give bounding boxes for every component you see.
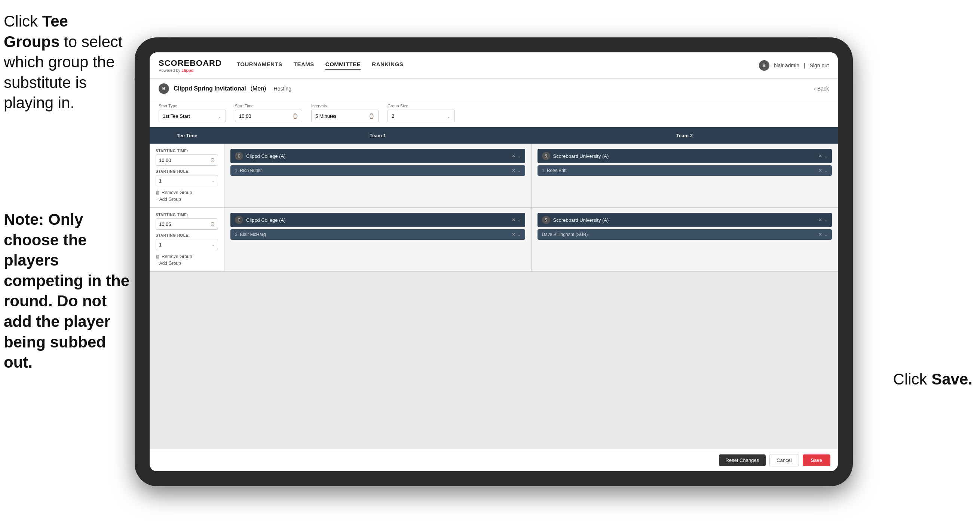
hole-input-2[interactable]: 1 ⌄	[156, 239, 218, 250]
team-card-content-3: C Clippd College (A)	[235, 216, 512, 224]
group-teams-1: C Clippd College (A) ✕ ⌄ 1. Rich Butler	[224, 143, 838, 207]
nav-signout[interactable]: Sign out	[810, 62, 829, 68]
player-card-2-2-1[interactable]: Dave Billingham (SUB) ✕ ⌄	[538, 229, 832, 240]
close-icon[interactable]: ✕	[512, 168, 515, 173]
chevron-icon-3[interactable]: ⌄	[824, 169, 827, 173]
start-time-input[interactable]: 10:00 ⌚	[235, 110, 302, 122]
close-icon-7[interactable]: ✕	[818, 232, 822, 237]
close-icon-3[interactable]: ✕	[818, 168, 822, 173]
close-icon-4[interactable]: ✕	[512, 217, 515, 223]
nav-links: TOURNAMENTS TEAMS COMMITTEE RANKINGS	[237, 61, 759, 70]
cancel-button[interactable]: Cancel	[769, 454, 799, 466]
nav-user: blair admin	[774, 62, 799, 68]
chevron-icon-6[interactable]: ⌄	[824, 218, 827, 222]
instruction-save: Click Save.	[893, 370, 972, 388]
setting-group-size: Group Size 2 ⌄	[388, 103, 455, 122]
start-type-input[interactable]: 1st Tee Start ⌄	[159, 110, 226, 122]
group-size-input[interactable]: 2 ⌄	[388, 110, 455, 122]
nav-teams[interactable]: TEAMS	[294, 61, 314, 70]
back-link[interactable]: ‹ Back	[814, 86, 829, 92]
instruction-bold-save: Save.	[931, 370, 972, 388]
team-icon: C	[235, 152, 243, 160]
player-card-1-1-1[interactable]: 1. Rich Butler ✕ ⌄	[231, 165, 525, 176]
footer-bar: Reset Changes Cancel Save	[150, 449, 838, 471]
player-card-1-2-1[interactable]: 1. Rees Britt ✕ ⌄	[538, 165, 832, 176]
time-input-2[interactable]: 10:05 ⌚	[156, 218, 218, 230]
nav-divider: |	[804, 62, 805, 68]
close-icon-6[interactable]: ✕	[818, 217, 822, 223]
tablet-screen: SCOREBOARD Powered by clippd TOURNAMENTS…	[150, 53, 838, 471]
reset-changes-button[interactable]: Reset Changes	[719, 454, 766, 466]
remove-group-button-1[interactable]: 🗑 Remove Group	[156, 190, 218, 195]
team-column-1-2: S Scoreboard University (A) ✕ ⌄ 1. Rees …	[531, 143, 838, 207]
team-card-content-2: S Scoreboard University (A)	[542, 152, 819, 160]
navbar: SCOREBOARD Powered by clippd TOURNAMENTS…	[150, 53, 838, 78]
team-name-1-2: Scoreboard University (A)	[553, 153, 609, 159]
player-actions-4: ✕ ⌄	[818, 232, 827, 237]
team-column-2-1: C Clippd College (A) ✕ ⌄ 2. Blair McHarg	[224, 208, 531, 271]
group-actions-1: 🗑 Remove Group + Add Group	[156, 190, 218, 202]
chevron-icon-4[interactable]: ⌄	[518, 218, 521, 222]
player-card-2-1-1[interactable]: 2. Blair McHarg ✕ ⌄	[231, 229, 525, 240]
player-name-1-1-1: 1. Rich Butler	[235, 168, 262, 173]
sub-title: Clippd Spring Invitational	[173, 85, 246, 92]
group-left-2: STARTING TIME: 10:05 ⌚ STARTING HOLE: 1 …	[150, 208, 224, 271]
logo-powered: Powered by clippd	[159, 68, 222, 73]
team-card-content: C Clippd College (A)	[235, 152, 512, 160]
th-tee-time: Tee Time	[150, 127, 224, 143]
sub-badge: B	[159, 83, 169, 94]
intervals-input[interactable]: 5 Minutes ⌚	[311, 110, 379, 122]
player-actions-2: ✕ ⌄	[818, 168, 827, 173]
table-header: Tee Time Team 1 Team 2	[150, 127, 838, 143]
time-input-1[interactable]: 10:00 ⌚	[156, 154, 218, 166]
close-icon[interactable]: ✕	[512, 153, 515, 159]
add-group-button-2[interactable]: + Add Group	[156, 261, 218, 266]
save-button[interactable]: Save	[803, 454, 830, 466]
logo-scoreboard: SCOREBOARD	[159, 58, 222, 68]
intervals-label: Intervals	[311, 103, 379, 108]
group-size-label: Group Size	[388, 103, 455, 108]
instruction-bold-tee-groups: Tee Groups	[4, 12, 68, 51]
chevron-icon-5[interactable]: ⌄	[518, 232, 521, 237]
team-icon-2: S	[542, 152, 550, 160]
nav-committee[interactable]: COMMITTEE	[325, 61, 361, 70]
team-card-2-1[interactable]: C Clippd College (A) ✕ ⌄	[231, 213, 525, 227]
starting-time-label-1: STARTING TIME:	[156, 149, 218, 153]
th-team2: Team 2	[531, 127, 838, 143]
team-name-1-1: Clippd College (A)	[246, 153, 286, 159]
chevron-icon[interactable]: ⌄	[518, 169, 521, 173]
start-time-label: Start Time	[235, 103, 302, 108]
close-icon-2[interactable]: ✕	[818, 153, 822, 159]
team-card-2-2[interactable]: S Scoreboard University (A) ✕ ⌄	[538, 213, 832, 227]
setting-intervals: Intervals 5 Minutes ⌚	[311, 103, 379, 122]
team-icon-3: C	[235, 216, 243, 224]
settings-row: Start Type 1st Tee Start ⌄ Start Time 10…	[150, 99, 838, 127]
trash-icon-2: 🗑	[156, 254, 160, 259]
sub-header-left: B Clippd Spring Invitational (Men) Hosti…	[159, 83, 291, 94]
player-name-2-1-1: 2. Blair McHarg	[235, 232, 266, 237]
team-card-actions-2: ✕ ⌄	[818, 153, 827, 159]
team-card-actions-4: ✕ ⌄	[818, 217, 827, 223]
hole-input-1[interactable]: 1 ⌄	[156, 175, 218, 186]
team-name-2-1: Clippd College (A)	[246, 217, 286, 223]
team-card-1-1[interactable]: C Clippd College (A) ✕ ⌄	[231, 149, 525, 163]
close-icon-5[interactable]: ✕	[512, 232, 515, 237]
team-card-1-2[interactable]: S Scoreboard University (A) ✕ ⌄	[538, 149, 832, 163]
chevron-up-icon[interactable]: ⌄	[518, 154, 521, 158]
logo-area: SCOREBOARD Powered by clippd	[159, 58, 222, 73]
add-group-button-1[interactable]: + Add Group	[156, 197, 218, 202]
chevron-icon-2[interactable]: ⌄	[824, 154, 827, 158]
group-teams-2: C Clippd College (A) ✕ ⌄ 2. Blair McHarg	[224, 208, 838, 271]
nav-tournaments[interactable]: TOURNAMENTS	[237, 61, 282, 70]
player-actions: ✕ ⌄	[512, 168, 521, 173]
chevron-icon-7[interactable]: ⌄	[824, 232, 827, 237]
team-icon-4: S	[542, 216, 550, 224]
nav-right: B blair admin | Sign out	[759, 60, 829, 71]
start-type-label: Start Type	[159, 103, 226, 108]
remove-group-button-2[interactable]: 🗑 Remove Group	[156, 254, 218, 259]
main-content: STARTING TIME: 10:00 ⌚ STARTING HOLE: 1 …	[150, 143, 838, 449]
starting-time-label-2: STARTING TIME:	[156, 213, 218, 217]
th-team1: Team 1	[224, 127, 531, 143]
team-column-2-2: S Scoreboard University (A) ✕ ⌄ Dave Bil…	[531, 208, 838, 271]
nav-rankings[interactable]: RANKINGS	[372, 61, 403, 70]
